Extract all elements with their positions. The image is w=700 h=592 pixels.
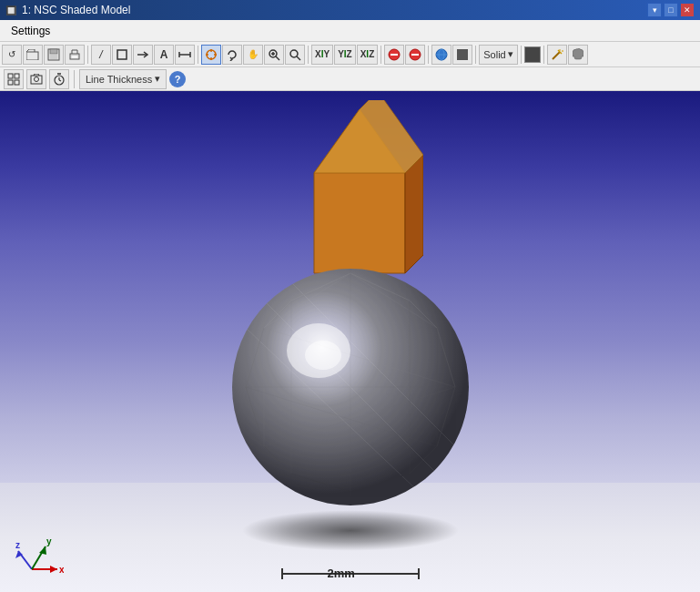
solid-dropdown[interactable]: Solid ▾ [479, 45, 517, 65]
sep1 [87, 46, 88, 64]
rotate-button[interactable] [222, 45, 242, 65]
wand-button[interactable] [547, 45, 567, 65]
svg-marker-46 [314, 100, 423, 173]
save-button[interactable] [44, 45, 64, 65]
sep9 [74, 70, 75, 88]
toolbar-secondary: Line Thickness ▾ ? [0, 67, 700, 91]
measurement-text: 2mm [328, 566, 355, 580]
grid-toggle-button[interactable] [4, 69, 24, 89]
toolbar-main: ↺ / A ✋ XIY YIZ XIZ [0, 42, 700, 67]
draw-arrow-button[interactable] [133, 45, 153, 65]
sep3 [308, 46, 309, 64]
pan-button[interactable]: ✋ [243, 45, 263, 65]
help-button[interactable]: ? [169, 71, 186, 87]
window-title: 1: NSC Shaded Model [22, 4, 130, 16]
axis-yiz-label: Y [338, 49, 344, 59]
no-entry-1-button[interactable] [384, 45, 404, 65]
svg-marker-81 [15, 551, 23, 558]
axis-xiy-y: Y [323, 49, 330, 59]
svg-point-39 [35, 77, 39, 81]
axis-xiy-button[interactable]: XIY [311, 45, 333, 65]
sep2 [198, 46, 198, 64]
menu-settings[interactable]: Settings [4, 20, 57, 41]
open-button[interactable] [23, 45, 43, 65]
svg-rect-2 [50, 49, 57, 54]
draw-rect-button[interactable] [112, 45, 132, 65]
svg-point-20 [290, 50, 298, 57]
svg-rect-34 [8, 74, 13, 78]
solid-label: Solid [483, 49, 505, 60]
draw-line-button[interactable]: / [91, 45, 111, 65]
zoom-window-button[interactable] [285, 45, 305, 65]
no-entry-2-button[interactable] [405, 45, 425, 65]
axis-xiz-label: X [360, 49, 367, 59]
axis-svg: z x y [14, 533, 64, 583]
measurement-indicator: 2mm [278, 565, 423, 583]
title-bar-left: 🔲 1: NSC Shaded Model [5, 4, 130, 16]
bell-button[interactable] [568, 45, 588, 65]
timer-button[interactable] [49, 69, 69, 89]
measure-button[interactable] [175, 45, 195, 65]
window-icon: 🔲 [5, 5, 16, 15]
minimize-button[interactable]: ▾ [647, 3, 662, 17]
sphere-svg [218, 255, 482, 519]
sphere-object [218, 255, 482, 519]
svg-line-21 [297, 56, 300, 60]
square-solid-button[interactable] [452, 45, 472, 65]
svg-rect-37 [15, 80, 19, 85]
axis-xiy-label: X [315, 49, 321, 59]
close-button[interactable]: ✕ [680, 3, 695, 17]
sep4 [380, 46, 381, 64]
sep5 [428, 46, 429, 64]
svg-rect-6 [117, 50, 127, 59]
title-bar-controls: ▾ □ ✕ [647, 3, 695, 17]
color-picker-swatch[interactable] [524, 46, 541, 63]
svg-rect-29 [457, 49, 468, 60]
menu-bar: Settings [0, 20, 700, 42]
sep7 [521, 46, 522, 64]
svg-line-42 [59, 80, 61, 81]
globe-button[interactable] [431, 45, 451, 65]
svg-text:y: y [46, 536, 52, 546]
maximize-button[interactable]: □ [664, 3, 678, 17]
screenshot-button[interactable] [26, 69, 46, 89]
print-button[interactable] [65, 45, 85, 65]
refresh-button[interactable]: ↺ [2, 45, 22, 65]
sep8 [543, 46, 544, 64]
svg-text:x: x [59, 565, 64, 575]
svg-marker-87 [39, 546, 46, 555]
viewport-3d[interactable]: 2mm z x y [0, 91, 700, 592]
svg-line-17 [276, 56, 279, 60]
svg-rect-3 [50, 55, 57, 59]
axis-indicator: z x y [14, 533, 59, 578]
line-thickness-arrow: ▾ [155, 73, 160, 85]
svg-rect-35 [15, 74, 19, 78]
svg-rect-0 [26, 52, 38, 60]
dropdown-arrow: ▾ [508, 48, 513, 60]
svg-text:z: z [15, 540, 20, 550]
svg-rect-5 [71, 56, 78, 58]
title-bar: 🔲 1: NSC Shaded Model ▾ □ ✕ [0, 0, 700, 20]
axis-xiz-button[interactable]: XIZ [357, 45, 379, 65]
line-thickness-button[interactable]: Line Thickness ▾ [79, 69, 167, 89]
sep6 [475, 46, 476, 64]
svg-line-30 [553, 52, 560, 59]
svg-marker-84 [50, 566, 57, 573]
text-tool-button[interactable]: A [154, 45, 174, 65]
crosshair-button[interactable] [201, 45, 221, 65]
zoom-in-button[interactable] [264, 45, 284, 65]
line-thickness-label: Line Thickness [86, 74, 152, 85]
svg-point-76 [305, 341, 341, 370]
svg-rect-36 [8, 80, 13, 85]
axis-yiz-button[interactable]: YIZ [334, 45, 356, 65]
